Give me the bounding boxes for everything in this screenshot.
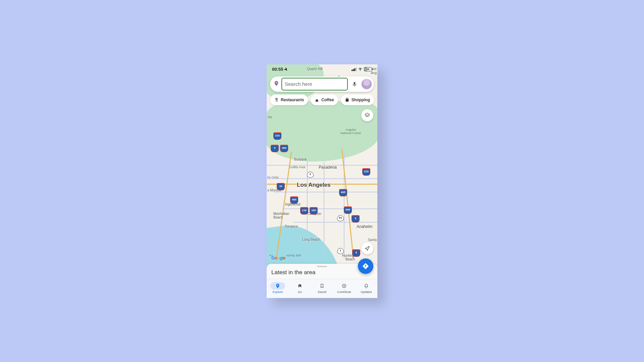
map-label-poi: Angeles National Forest bbox=[340, 128, 361, 135]
location-services-icon: ➤ bbox=[283, 66, 289, 72]
map-label-city: Long Beach bbox=[302, 238, 320, 241]
map-label-city: Los Angeles bbox=[297, 182, 330, 188]
map-label-city: Pasadena bbox=[319, 165, 337, 170]
map-label-poi: he Getty bbox=[267, 176, 279, 179]
battery-icon: 29 bbox=[364, 67, 372, 71]
chip-coffee[interactable]: Coffee bbox=[311, 95, 338, 105]
map-shield-interstate: 405 bbox=[290, 196, 298, 204]
nav-explore[interactable]: Explore bbox=[268, 282, 288, 294]
map-shield-state: 1 bbox=[337, 248, 344, 254]
sheet-title: Latest in the area bbox=[271, 269, 373, 276]
chip-label: Shopping bbox=[352, 98, 370, 102]
map-shield-interstate: 10 bbox=[277, 183, 285, 190]
bell-icon bbox=[359, 282, 374, 290]
search-placeholder: Search here bbox=[285, 81, 312, 87]
search-input[interactable]: Search here bbox=[281, 78, 348, 90]
nav-contribute[interactable]: Contribute bbox=[334, 282, 354, 294]
map-road bbox=[293, 222, 377, 223]
cellular-signal-icon bbox=[352, 68, 357, 71]
directions-button[interactable] bbox=[358, 258, 373, 274]
chip-beauty[interactable]: Bea bbox=[377, 95, 377, 105]
bottom-nav: Explore Go Saved Contribute bbox=[267, 279, 377, 298]
location-arrow-icon bbox=[364, 245, 370, 251]
map-shield-interstate: 405 bbox=[280, 145, 288, 152]
voice-search-button[interactable] bbox=[350, 79, 359, 89]
chip-shopping[interactable]: Shopping bbox=[341, 95, 374, 105]
my-location-button[interactable] bbox=[361, 242, 373, 254]
map-shield-interstate: 105 bbox=[310, 207, 318, 215]
coffee-icon bbox=[315, 98, 319, 102]
status-right: 29 bbox=[352, 66, 372, 72]
nav-go[interactable]: Go bbox=[290, 282, 310, 294]
map-label-poi: ndship Bell bbox=[286, 254, 301, 257]
map-label-city: Burbank bbox=[294, 158, 307, 161]
phone-frame: Los Angeles Pasadena Burbank Griffith Pa… bbox=[267, 64, 377, 298]
stage: Los Angeles Pasadena Burbank Griffith Pa… bbox=[0, 0, 644, 362]
map-shield-interstate: 5 bbox=[271, 145, 279, 152]
map-road bbox=[283, 208, 377, 209]
plus-circle-icon bbox=[337, 282, 352, 290]
wifi-icon bbox=[358, 66, 363, 72]
map-label-city: Manhattan Beach bbox=[273, 212, 289, 219]
map-shield-interstate: 5 bbox=[352, 215, 360, 223]
google-logo: Google bbox=[271, 255, 285, 260]
map-shield-interstate: 605 bbox=[339, 189, 347, 196]
map-label-city: rita bbox=[267, 115, 272, 119]
search-bar[interactable]: Search here bbox=[270, 76, 374, 92]
account-avatar[interactable] bbox=[361, 79, 372, 89]
map-layers-button[interactable] bbox=[361, 109, 373, 121]
map-label-poi: Griffith Park bbox=[289, 166, 305, 169]
chip-label: Coffee bbox=[321, 98, 334, 102]
map-shield-interstate: 605 bbox=[344, 206, 352, 214]
map-road bbox=[267, 178, 377, 179]
status-bar: 00:55 ➤ 29 bbox=[267, 64, 377, 74]
map-road bbox=[273, 192, 377, 192]
map-label-city: Torrance bbox=[285, 225, 298, 228]
nav-label: Contribute bbox=[337, 290, 351, 294]
status-left: 00:55 ➤ bbox=[272, 67, 288, 72]
shopping-bag-icon bbox=[345, 98, 350, 102]
directions-icon bbox=[362, 262, 369, 270]
map-shield-interstate: 210 bbox=[362, 168, 370, 176]
chip-label: Restaurants bbox=[281, 98, 304, 102]
map-shield-interstate: 5 bbox=[352, 249, 360, 257]
map-label-city: Anaheim bbox=[357, 224, 372, 229]
nav-label: Saved bbox=[318, 290, 326, 294]
map-road bbox=[324, 162, 324, 255]
map-shield-state: 2 bbox=[307, 172, 314, 178]
map-shield-interstate: 210 bbox=[273, 132, 281, 140]
nav-label: Go bbox=[298, 290, 302, 294]
explore-icon bbox=[270, 282, 285, 290]
category-chip-row[interactable]: Restaurants Coffee Shopping Bea bbox=[267, 95, 377, 107]
chip-restaurants[interactable]: Restaurants bbox=[270, 95, 308, 105]
nav-updates[interactable]: Updates bbox=[356, 282, 376, 294]
map-label-city: Santa bbox=[368, 238, 377, 242]
bookmark-icon bbox=[315, 282, 329, 290]
nav-saved[interactable]: Saved bbox=[312, 282, 332, 294]
sheet-drag-handle[interactable] bbox=[317, 266, 327, 267]
map-shield-state: 91 bbox=[337, 215, 344, 221]
restaurant-icon bbox=[274, 98, 279, 102]
map-shield-interstate: 110 bbox=[300, 207, 308, 215]
nav-label: Updates bbox=[361, 290, 372, 294]
status-time: 00:55 bbox=[272, 67, 283, 72]
svg-point-0 bbox=[276, 82, 277, 83]
layers-icon bbox=[364, 112, 370, 118]
nav-label: Explore bbox=[273, 290, 283, 294]
car-icon bbox=[292, 282, 307, 290]
google-maps-pin-icon bbox=[273, 80, 279, 88]
